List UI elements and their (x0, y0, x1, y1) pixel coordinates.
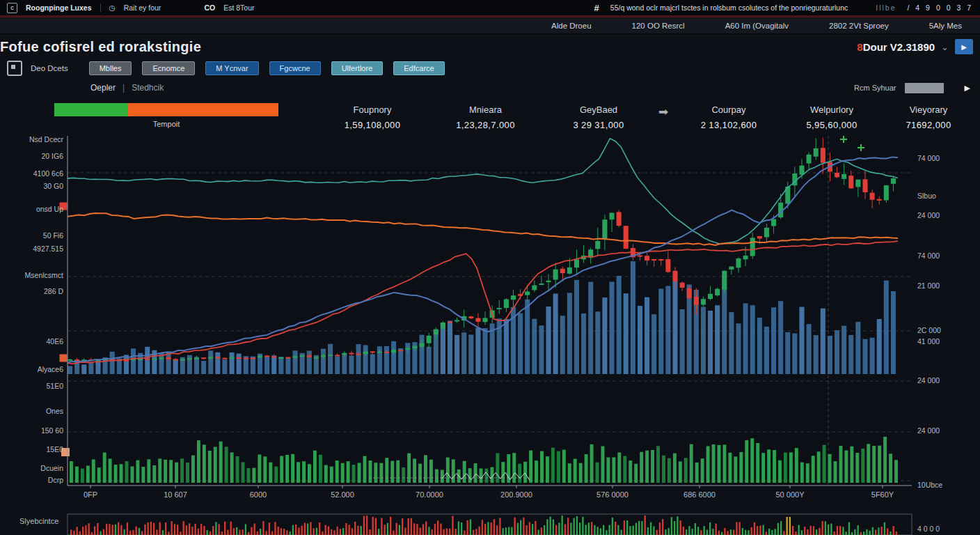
topbar-muted-text: Illbe (876, 3, 896, 12)
y-tick-label-left: 50 Fi6 (43, 231, 63, 240)
y-tick-label-left: 150 60 (41, 426, 63, 435)
y-tick-label-right: 74 000 (917, 251, 940, 260)
secondary-navbar: Alde Droeu 120 OO Resrcl A60 Im (Ovagita… (0, 17, 980, 34)
tab-oepler[interactable]: Oepler (90, 83, 116, 93)
toolbar-button-1[interactable]: Mblles (89, 61, 132, 75)
x-tick-label: 10 607 (164, 490, 187, 499)
y-tick-label-left: 51E0 (46, 382, 63, 390)
chart-area: 0FP10 607600052.00070.0000200.9000576 00… (0, 136, 980, 535)
nav-item-5[interactable]: 5Aly Mes (929, 22, 962, 30)
nav-item-3[interactable]: A60 Im (Ovagitalv (725, 22, 789, 30)
x-tick-label: 686 6000 (683, 490, 716, 499)
progress-orange-segment (128, 103, 278, 116)
divider: | (122, 83, 125, 93)
clock-icon: ◷ (109, 3, 116, 12)
y-tick-label-right: 10Ubce (917, 481, 942, 489)
y-tick-label-right: Slbuo (917, 192, 936, 200)
stat-col-3: GeyBaed 3 29 31,000 (546, 104, 651, 130)
y-tick-label-left: Msenlcsmct (25, 271, 64, 279)
y-tick-label-left: 30 G0 (43, 182, 63, 190)
stat-col-2: Mnieara 1,23,28,7.000 (432, 104, 539, 130)
y-tick-label-left: 40E6 (46, 337, 63, 346)
symbol-input[interactable] (905, 83, 944, 93)
y-tick-label-left: 15E0 (46, 445, 63, 453)
version-accent: 8 (857, 41, 862, 53)
y-tick-label-right: 24 000 (917, 211, 940, 219)
toolbar: Deo Dcets Mblles Ecnomce M Ycnvar Fgcwcn… (0, 59, 980, 77)
topbar-counter: / 4 9 0 0 3 7 (908, 3, 973, 12)
price-chart[interactable]: 0FP10 607600052.00070.0000200.9000576 00… (0, 136, 980, 535)
grid-icon[interactable] (7, 61, 22, 76)
progress-label: Tempoit (54, 120, 278, 128)
version-selector[interactable]: 8Dour V2.31890 (857, 41, 935, 53)
sentiment-progress-bar[interactable] (54, 103, 278, 116)
nav-item-2[interactable]: 120 OO Resrcl (632, 22, 685, 30)
topbar-link-1[interactable]: Rait ey four (124, 3, 161, 12)
toolbar-button-6[interactable]: Edfcarce (393, 61, 444, 75)
toolbar-button-3[interactable]: M Ycnvar (205, 61, 258, 75)
y-tick-label-right: 4 0 0 0 (917, 525, 940, 533)
toolbar-button-4[interactable]: Fgcwcne (269, 61, 321, 75)
y-tick-label-left: Dcuein (40, 464, 63, 472)
y-tick-label-left: Ones (46, 407, 63, 415)
divider (100, 3, 101, 12)
nav-item-1[interactable]: Alde Droeu (551, 22, 592, 30)
y-tick-label-right: 74 000 (917, 154, 940, 162)
indicator-pane-label: Slyebcintce (19, 517, 58, 525)
y-tick-label-left: Dcrp (48, 476, 63, 484)
hash-icon: # (594, 3, 599, 13)
x-tick-label: 52.000 (331, 490, 354, 499)
stat-col-6: Vieyorary 71692,000 (883, 104, 974, 130)
page-title: Fofue cofisrel ed rorakstingie (0, 39, 201, 55)
play-icon: ▶ (961, 43, 967, 51)
y-tick-label-left: 286 D (44, 287, 63, 295)
header-row: Fofue cofisrel ed rorakstingie 8Dour V2.… (0, 34, 980, 59)
x-tick-label: 70.0000 (416, 490, 443, 499)
arrow-right-icon: ➡ (658, 104, 668, 119)
stat-col-5: Welpurlory 5,95,60,000 (776, 104, 887, 130)
stat-col-1: Foupnory 1,59,108,000 (313, 104, 432, 130)
topbar-link-2[interactable]: Est 8Tour (223, 3, 254, 12)
nav-item-4[interactable]: 2802 2Vt Sproey (829, 22, 889, 30)
x-tick-label: 0FP (84, 490, 97, 499)
y-tick-label-left: Alyace6 (38, 365, 64, 373)
y-tick-label-right: 2C 000 (917, 326, 941, 334)
toolbar-button-2[interactable]: Ecnomce (142, 61, 195, 75)
stats-row: Tempoit Foupnory 1,59,108,000 Mnieara 1,… (0, 99, 980, 135)
topbar: c Roognpinge Luxes ◷ Rait ey four CO Est… (0, 0, 980, 15)
run-button[interactable]: ▶ (955, 39, 973, 54)
progress-green-segment (54, 103, 128, 116)
subnav: Oepler | Stedhcik Rcm Syhuar ▶ (0, 79, 980, 97)
small-play-icon[interactable]: ▶ (965, 84, 970, 93)
stat-col-4: Courpay 2 13,102,600 (683, 104, 774, 130)
x-tick-label: 200.9000 (500, 490, 532, 499)
toolbar-label: Deo Dcets (31, 64, 68, 72)
topbar-notice: 55/q wond oclr majcrl tsctes in rolsbum … (610, 3, 848, 12)
x-tick-label: 6000 (250, 490, 267, 499)
indicator-pane (68, 514, 912, 535)
symbol-input-label: Rcm Syhuar (854, 84, 896, 92)
y-tick-label-right: 24 000 (917, 426, 940, 435)
tab-stedhcik[interactable]: Stedhcik (132, 83, 164, 93)
y-tick-label-left: 4100 6c6 (33, 169, 63, 178)
y-tick-label-left: 4927.515 (33, 245, 63, 253)
logo-icon[interactable]: c (7, 3, 17, 13)
brand-name: Roognpinge Luxes (26, 3, 92, 12)
x-tick-label: 50 000Y (776, 490, 805, 499)
y-tick-label-right: 41 000 (917, 337, 940, 346)
toolbar-button-5[interactable]: Ulfertlore (331, 61, 384, 75)
x-tick-label: 576 0000 (596, 490, 629, 499)
y-tick-label-left: Nsd Dcecr (29, 136, 64, 144)
y-tick-label-left: 20 IG6 (41, 152, 63, 160)
y-tick-label-right: 21 000 (917, 281, 940, 290)
x-tick-label: 5F60Y (871, 490, 894, 499)
axis-marker (60, 355, 68, 362)
chevron-down-icon[interactable]: ⌄ (941, 42, 949, 52)
y-tick-label-right: 24 000 (917, 376, 940, 385)
co-badge: CO (204, 3, 215, 12)
y-tick-label-left: onsd Up (36, 205, 63, 213)
